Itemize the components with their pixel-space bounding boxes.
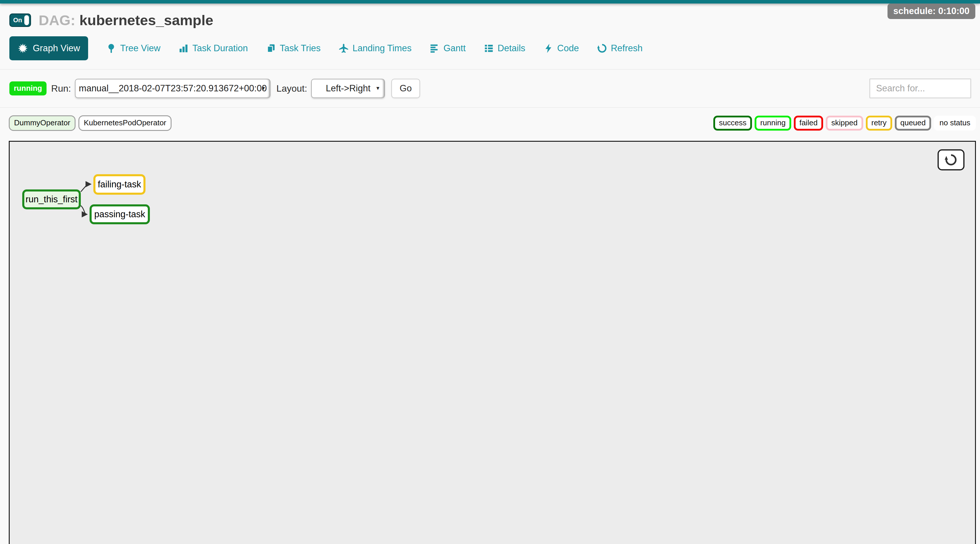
- refresh-icon: [597, 43, 607, 53]
- tab-label: Landing Times: [352, 43, 412, 54]
- divider-top: [0, 69, 980, 70]
- page-title: DAG:kubernetes_sample: [39, 12, 213, 29]
- edge-run-this-first-to-failing-task: [81, 184, 91, 192]
- plane-icon: [339, 43, 348, 53]
- operator-badge-dummy: DummyOperator: [9, 115, 76, 131]
- tab-label: Graph View: [33, 43, 80, 54]
- dag-prefix-label: DAG:: [39, 12, 75, 28]
- tab-label: Refresh: [611, 43, 643, 54]
- status-badge-skipped: skipped: [826, 116, 863, 130]
- toggle-on-label: On: [13, 16, 22, 24]
- go-button[interactable]: Go: [391, 79, 420, 98]
- chevron-down-icon: ▼: [261, 86, 266, 91]
- run-label: Run:: [51, 83, 71, 94]
- gantt-bars-icon: [430, 43, 440, 53]
- chevron-down-icon: ▼: [375, 86, 380, 91]
- tab-details[interactable]: Details: [484, 43, 525, 54]
- copies-icon: [266, 43, 276, 53]
- page-header: On DAG:kubernetes_sample: [10, 11, 970, 29]
- top-navbar: [0, 0, 980, 3]
- layout-label: Layout:: [276, 83, 307, 94]
- status-badge-retry: retry: [866, 116, 892, 130]
- dag-graph-canvas[interactable]: run_this_first failing-task passing-task: [9, 141, 976, 544]
- status-badge-no-status: no status: [934, 116, 976, 130]
- view-nav: Graph View Tree View Task Duration Task …: [10, 36, 970, 60]
- run-controls: running Run: manual__2018-02-07T23:57:20…: [10, 78, 971, 99]
- list-icon: [484, 43, 494, 53]
- run-select-value: manual__2018-02-07T23:57:20.913672+00:00: [79, 83, 267, 94]
- tab-label: Task Tries: [280, 43, 321, 54]
- tab-label: Task Duration: [192, 43, 248, 54]
- dag-pause-toggle[interactable]: On: [10, 13, 31, 27]
- divider-bottom: [0, 107, 980, 108]
- schedule-badge: schedule: 0:10:00: [888, 3, 975, 19]
- tree-icon: [106, 43, 116, 53]
- dag-run-status-badge: running: [10, 81, 46, 95]
- tab-refresh[interactable]: Refresh: [597, 43, 643, 54]
- status-badge-queued: queued: [895, 116, 931, 130]
- tab-label: Tree View: [120, 43, 161, 54]
- tab-task-duration[interactable]: Task Duration: [178, 43, 248, 54]
- tab-label: Gantt: [444, 43, 466, 54]
- status-badge-failed: failed: [794, 116, 823, 130]
- dag-name: kubernetes_sample: [80, 12, 213, 28]
- tab-tree-view[interactable]: Tree View: [106, 43, 161, 54]
- refresh-icon: [945, 153, 958, 166]
- run-select[interactable]: manual__2018-02-07T23:57:20.913672+00:00…: [75, 79, 270, 98]
- tab-label: Code: [557, 43, 579, 54]
- sunburst-icon: [18, 43, 28, 54]
- tab-graph-view[interactable]: Graph View: [10, 36, 88, 60]
- status-badge-running: running: [755, 116, 791, 130]
- search-input[interactable]: [869, 78, 971, 99]
- operator-badge-kubernetespod: KubernetesPodOperator: [78, 115, 172, 131]
- layout-select[interactable]: Left->Right ▼: [311, 79, 385, 98]
- status-badge-success: success: [713, 116, 752, 130]
- bar-chart-icon: [178, 43, 189, 53]
- tab-gantt[interactable]: Gantt: [430, 43, 466, 54]
- tab-code[interactable]: Code: [544, 43, 579, 54]
- task-node-passing-task[interactable]: passing-task: [89, 204, 150, 224]
- tab-task-tries[interactable]: Task Tries: [266, 43, 321, 54]
- task-node-run-this-first[interactable]: run_this_first: [22, 189, 81, 209]
- edge-run-this-first-to-passing-task: [81, 205, 87, 214]
- bolt-icon: [544, 43, 554, 53]
- tab-landing-times[interactable]: Landing Times: [339, 43, 412, 54]
- toggle-knob: [24, 15, 29, 25]
- tab-label: Details: [498, 43, 525, 54]
- graph-refresh-button[interactable]: [937, 150, 964, 170]
- task-node-failing-task[interactable]: failing-task: [93, 174, 145, 195]
- legend-row: DummyOperator KubernetesPodOperator succ…: [9, 115, 976, 131]
- layout-select-value: Left->Right: [326, 83, 371, 94]
- status-legend: success running failed skipped retry que…: [711, 116, 976, 130]
